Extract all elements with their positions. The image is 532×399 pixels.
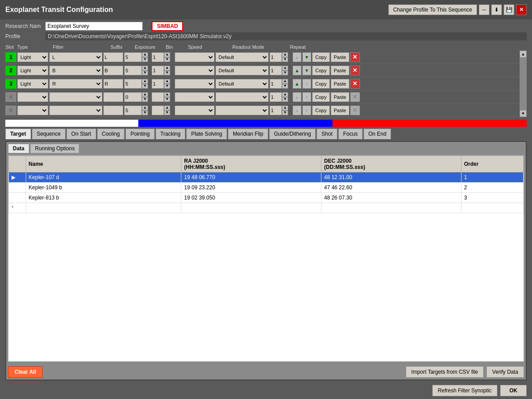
slot-2-bin-up[interactable]: ▲ [164,66,170,70]
slot-2-delete-button[interactable]: ✕ [350,66,360,75]
slot-4-bin[interactable] [152,92,164,102]
slot-3-delete-button[interactable]: ✕ [350,79,360,89]
slot-3-repeat[interactable] [270,79,282,89]
slot-4-exposure[interactable] [124,92,142,102]
slot-4-filter[interactable] [49,92,102,102]
slot-5-copy-button[interactable]: Copy [312,106,330,115]
tab-guide-dithering[interactable]: Guide/Dithering [269,129,316,139]
slot-5-repeat[interactable] [270,106,282,115]
slot-2-speed[interactable] [175,66,215,75]
slot-3-bin-down[interactable]: ▼ [164,84,170,89]
slot-3-exposure[interactable] [124,79,142,89]
slot-3-up-btn[interactable]: ▲ [293,79,301,89]
slot-3-exp-up[interactable]: ▲ [142,79,148,84]
slot-5-paste-button[interactable]: Paste [331,106,349,115]
slot-4-copy-button[interactable]: Copy [312,92,330,102]
slot-5-readout[interactable] [215,106,269,115]
slot-1-readout[interactable]: Default [215,52,269,62]
slot-3-speed[interactable] [175,79,215,89]
table-row[interactable]: Kepler-1049 b 19 09 23.220 47 46 22.60 2 [9,183,524,193]
slot-1-bin-down[interactable]: ▼ [164,57,170,62]
slot-4-type[interactable] [17,92,48,102]
slot-3-bin[interactable] [152,79,164,89]
slot-3-paste-button[interactable]: Paste [331,79,349,89]
tab-sequence[interactable]: Sequence [32,129,66,139]
slot-5-bin-up[interactable]: ▲ [164,106,170,110]
slot-1-rep-down[interactable]: ▼ [282,57,288,62]
slot-3-type[interactable]: Light [17,79,48,89]
slot-1-type[interactable]: Light [17,52,48,62]
tab-on-start[interactable]: On Start [66,129,96,139]
slot-5-bin-down[interactable]: ▼ [164,110,170,115]
slot-3-rep-down[interactable]: ▼ [282,84,288,89]
slot-5-exp-down[interactable]: ▼ [142,110,148,115]
slot-3-filter[interactable]: R [49,79,102,89]
sub-tab-running-options[interactable]: Running Options [30,144,79,153]
slot-2-type[interactable]: Light [17,66,48,75]
close-icon[interactable]: ✕ [516,4,527,15]
change-profile-button[interactable]: Change Profile To This Sequence [388,4,477,15]
slot-4-bin-up[interactable]: ▲ [164,92,170,97]
slot-1-filter[interactable]: L [49,52,102,62]
slot-1-bin-up[interactable]: ▲ [164,52,170,57]
tab-shot[interactable]: Shot [317,129,337,139]
ok-button[interactable]: OK [500,385,527,396]
slot-5-exp-up[interactable]: ▲ [142,106,148,110]
slot-5-down-btn[interactable]: ▼ [302,106,311,115]
slot-5-speed[interactable] [175,106,215,115]
slot-4-suffix[interactable] [103,92,123,102]
slot-1-speed[interactable] [175,52,215,62]
tab-on-end[interactable]: On End [364,129,391,139]
slot-1-suffix[interactable] [103,52,123,62]
tab-plate-solving[interactable]: Plate Solving [186,129,227,139]
slot-3-exp-down[interactable]: ▼ [142,84,148,89]
verify-button[interactable]: Verify Data [486,366,524,378]
slot-4-delete-button[interactable]: ✕ [350,92,360,102]
slot-2-exposure[interactable] [124,66,142,75]
tab-cooling[interactable]: Cooling [97,129,125,139]
slot-1-bin[interactable] [152,52,164,62]
slot-2-up-btn[interactable]: ▲ [293,66,301,75]
slot-2-down-btn[interactable]: ▼ [302,66,311,75]
slot-4-exp-down[interactable]: ▼ [142,97,148,102]
slot-4-up-btn[interactable]: ▲ [293,92,301,102]
slot-2-exp-down[interactable]: ▼ [142,70,148,75]
slot-2-paste-button[interactable]: Paste [331,66,349,75]
slot-2-filter[interactable]: B [49,66,102,75]
slot-5-suffix[interactable] [103,106,123,115]
slot-2-copy-button[interactable]: Copy [312,66,330,75]
slot-1-exposure[interactable] [124,52,142,62]
simbad-button[interactable]: SIMBAD [152,21,183,31]
slot-5-filter[interactable] [49,106,102,115]
minimize-icon[interactable]: ─ [479,4,489,15]
slot-3-copy-button[interactable]: Copy [312,79,330,89]
download-icon[interactable]: ⬇ [491,4,502,15]
tab-target[interactable]: Target [5,129,31,139]
slot-5-rep-down[interactable]: ▼ [282,110,288,115]
slot-1-exp-down[interactable]: ▼ [142,57,148,62]
save-icon[interactable]: 💾 [504,4,514,15]
scroll-down[interactable]: ▼ [520,110,527,117]
slot-3-readout[interactable]: Default [215,79,269,89]
slot-3-rep-up[interactable]: ▲ [282,79,288,84]
table-row[interactable]: Kepler-813 b 19 02 39.050 48 26 07.30 3 [9,193,524,203]
import-button[interactable]: Import Targets from CSV file [406,366,484,378]
slot-3-suffix[interactable] [103,79,123,89]
table-row[interactable]: ▶ Kepler-107 d 19 48 06.770 48 12 31.00 … [9,172,524,183]
slot-4-exp-up[interactable]: ▲ [142,92,148,97]
slot-1-delete-button[interactable]: ✕ [350,52,360,62]
slot-1-rep-up[interactable]: ▲ [282,52,288,57]
slot-5-up-btn[interactable]: ▲ [293,106,301,115]
slot-2-rep-down[interactable]: ▼ [282,70,288,75]
slot-5-exposure[interactable] [124,106,142,115]
slot-2-bin[interactable] [152,66,164,75]
refresh-button[interactable]: Refresh Filter Synoptic [432,385,497,396]
slot-1-repeat[interactable] [270,52,282,62]
slot-2-repeat[interactable] [270,66,282,75]
tab-tracking[interactable]: Tracking [156,129,186,139]
slot-4-readout[interactable] [215,92,269,102]
slot-5-rep-up[interactable]: ▲ [282,106,288,110]
slot-3-down-btn[interactable]: ▼ [302,79,311,89]
research-name-input[interactable] [45,22,143,31]
slot-2-bin-down[interactable]: ▼ [164,70,170,75]
